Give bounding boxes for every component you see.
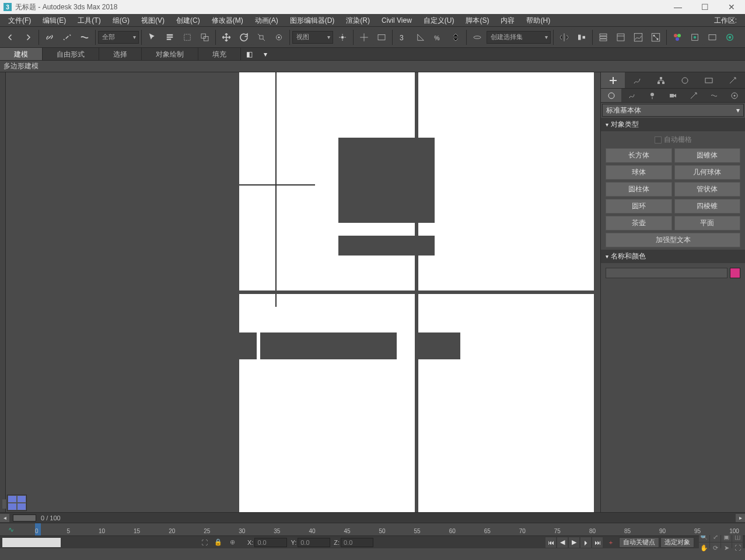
undo-button[interactable] [2,29,19,46]
time-ruler[interactable]: ∿ 05101520253035404550556065707580859095… [0,523,745,536]
goto-end-button[interactable]: ⏭ [592,537,603,548]
create-torus-button[interactable]: 圆环 [606,199,672,214]
percent-snap-button[interactable]: % [430,29,446,46]
edit-selection-set-icon[interactable] [469,29,485,46]
panel-tab-hierarchy[interactable] [649,72,673,88]
track-bar[interactable]: ◂ 0 / 100 ▸ [0,512,745,523]
menu-view[interactable]: 视图(V) [135,14,170,27]
coord-z-input[interactable]: 0.0 [341,538,373,547]
create-box-button[interactable]: 长方体 [606,148,672,163]
minimize-button[interactable]: — [664,0,691,14]
menu-create[interactable]: 创建(C) [170,14,206,27]
toggle-ribbon-button[interactable] [613,29,629,46]
category-geometry-icon[interactable] [601,89,621,102]
mini-curve-editor-icon[interactable]: ∿ [8,526,14,534]
menu-graph-editors[interactable]: 图形编辑器(D) [284,14,341,27]
orbit-icon[interactable]: ⟳ [710,542,720,553]
next-frame-button[interactable]: ⏵ [580,537,591,548]
keyboard-shortcut-icon[interactable] [373,29,390,46]
play-button[interactable]: ▶ [569,537,579,548]
panel-tab-motion[interactable] [673,72,697,88]
section-object-type[interactable]: 对象类型 [601,118,745,131]
time-slider-handle[interactable] [13,514,36,522]
snap-toggle-button[interactable]: 3 [395,29,411,46]
layer-explorer-button[interactable] [595,29,611,46]
link-button[interactable] [41,29,58,46]
menu-customize[interactable]: 自定义(U) [418,14,460,27]
prev-frame-button[interactable]: ◀ [557,537,568,548]
maximize-button[interactable]: ☐ [691,0,718,14]
create-sphere-button[interactable]: 球体 [606,165,672,180]
render-button[interactable] [722,29,738,46]
trackbar-left-arrow[interactable]: ◂ [0,514,9,522]
ribbon-tab-populate[interactable]: 填充 [198,48,241,60]
align-button[interactable] [573,29,590,46]
bind-spacewarp-icon[interactable] [76,29,93,46]
menu-animation[interactable]: 动画(A) [249,14,284,27]
create-pyramid-button[interactable]: 四棱锥 [674,199,741,214]
schematic-view-button[interactable] [648,29,664,46]
create-tube-button[interactable]: 管状体 [674,182,741,197]
viewport-bottom-left[interactable] [239,294,415,512]
curve-editor-button[interactable] [630,29,646,46]
named-selection-combo[interactable]: 创建选择集 [487,31,551,44]
angle-snap-button[interactable] [412,29,429,46]
rect-region-icon[interactable] [179,29,195,46]
panel-tab-create[interactable] [601,72,625,88]
ribbon-tab-select[interactable]: 选择 [99,48,142,60]
create-teapot-button[interactable]: 茶壶 [606,216,672,230]
menu-modifiers[interactable]: 修改器(M) [206,14,249,27]
ribbon-tab-modeling[interactable]: 建模 [0,48,43,60]
category-spacewarps-icon[interactable] [704,89,724,102]
spinner-snap-icon[interactable] [447,29,464,46]
menu-render[interactable]: 渲染(R) [340,14,376,27]
panel-tab-modify[interactable] [625,72,649,88]
create-plane-button[interactable]: 平面 [674,216,741,230]
menu-tools[interactable]: 工具(T) [72,14,106,27]
create-cone-button[interactable]: 圆锥体 [674,148,741,163]
category-systems-icon[interactable] [725,89,745,102]
max-toggle-icon[interactable]: ⛶ [732,542,743,553]
maxscript-mini-listener[interactable] [2,538,61,547]
pan-icon[interactable]: ✋ [699,542,709,553]
ref-coord-combo[interactable]: 视图 [292,31,333,44]
viewport-bottom-right[interactable] [418,294,594,512]
menu-content[interactable]: 内容 [495,14,520,27]
select-by-name-button[interactable] [162,29,178,46]
category-cameras-icon[interactable] [663,89,683,102]
create-geosphere-button[interactable]: 几何球体 [674,165,741,180]
ribbon-minimize-icon[interactable]: ▾ [257,48,274,60]
menu-group[interactable]: 组(G) [107,14,135,27]
create-category-combo[interactable]: 标准基本体 [602,104,744,117]
panel-tab-utilities[interactable] [721,72,745,88]
coord-y-input[interactable]: 0.0 [298,538,330,547]
autokey-toggle[interactable]: 自动关键点 [619,537,659,548]
viewport-top-right[interactable] [418,72,594,290]
scene-explorer-tray[interactable]: ▸ [0,72,6,512]
section-name-color[interactable]: 名称和颜色 [601,250,745,263]
render-frame-button[interactable] [704,29,720,46]
ribbon-tab-freeform[interactable]: 自由形式 [43,48,99,60]
window-crossing-icon[interactable] [197,29,213,46]
menu-civil-view[interactable]: Civil View [376,14,418,27]
key-filters-combo[interactable]: 选定对象 [660,537,694,548]
viewport-top-left[interactable] [239,72,415,290]
material-editor-button[interactable] [669,29,685,46]
select-object-button[interactable] [144,29,160,46]
menu-script[interactable]: 脚本(S) [460,14,495,27]
trackbar-right-arrow[interactable]: ▸ [736,514,745,522]
walkthrough-icon[interactable]: ➤ [721,542,732,553]
move-button[interactable] [218,29,235,46]
category-helpers-icon[interactable] [683,89,704,102]
object-color-swatch[interactable] [730,268,740,278]
selection-lock-icon[interactable]: 🔒 [212,537,225,548]
viewport-layout-switcher[interactable] [7,495,27,511]
set-key-button[interactable]: + [604,537,617,548]
unlink-button[interactable] [59,29,75,46]
coord-display-mode-icon[interactable]: ⊕ [226,537,239,548]
menu-workspace[interactable]: 工作区: [708,14,743,27]
goto-start-button[interactable]: ⏮ [545,537,556,548]
manipulate-button[interactable] [356,29,372,46]
selection-filter-combo[interactable]: 全部 [98,31,139,44]
ribbon-tab-object-paint[interactable]: 对象绘制 [142,48,198,60]
